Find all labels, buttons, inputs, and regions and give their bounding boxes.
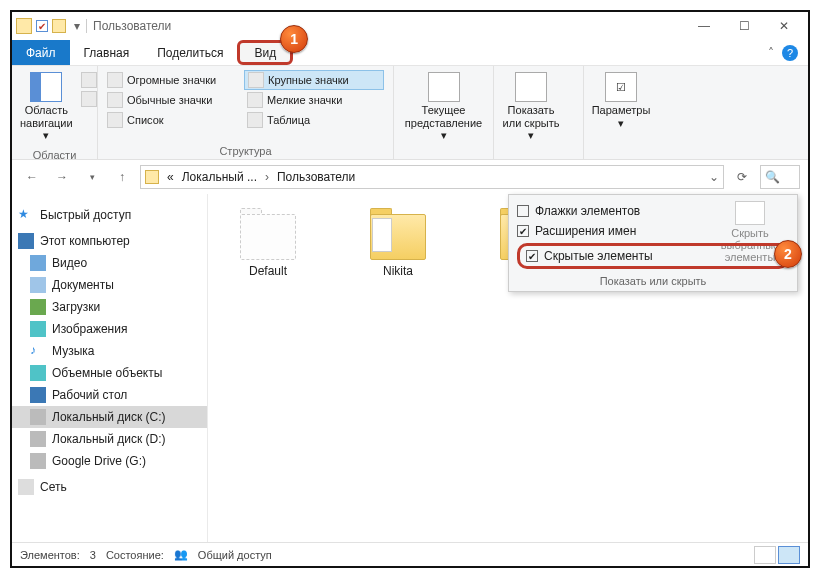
pc-icon [18,233,34,249]
callout-1: 1 [280,25,308,53]
folder-nikita[interactable]: Nikita [348,208,448,278]
status-bar: Элементов: 3 Состояние: 👥 Общий доступ [12,542,808,566]
objects3d-icon [30,365,46,381]
nav-forward[interactable]: → [50,165,74,189]
ribbon-group-panes: Область навигации ▾ Области [12,66,98,159]
hide-selected-icon [735,201,765,225]
minimize-button[interactable]: — [684,14,724,38]
folder-icon [236,208,300,260]
folder-label: Nikita [383,264,413,278]
qat-checkbox-icon[interactable]: ✔ [36,20,48,32]
sidebar-quick-access[interactable]: ★Быстрый доступ [12,204,207,226]
group-showhide-label [494,156,583,159]
sidebar-3d-objects[interactable]: Объемные объекты [12,362,207,384]
status-state-label: Состояние: [106,549,164,561]
file-list[interactable]: Default Nikita Общие Скрыть выбранные эл… [208,194,808,542]
huge-icons-icon [107,72,123,88]
sidebar-pictures[interactable]: Изображения [12,318,207,340]
ribbon-group-currentview: Текущее представление▾ [394,66,494,159]
group-panes-label: Области [12,148,97,163]
nav-pane-label: Область навигации [20,104,73,129]
sidebar-this-pc[interactable]: Этот компьютер [12,230,207,252]
music-icon: ♪ [30,343,46,359]
options-label: Параметры [592,104,651,117]
layout-huge[interactable]: Огромные значки [104,70,244,90]
nav-pane-icon [30,72,62,102]
client-area: ★Быстрый доступ Этот компьютер Видео Док… [12,194,808,542]
layout-large[interactable]: Крупные значки [244,70,384,90]
nav-up[interactable]: ↑ [110,165,134,189]
view-largeicons-button[interactable] [778,546,800,564]
breadcrumb-overflow[interactable]: « [167,170,174,184]
nav-recent[interactable]: ▾ [80,165,104,189]
show-hide-button[interactable]: Показать или скрыть▾ [500,70,562,144]
tab-view-label: Вид [254,46,276,60]
help-icon[interactable]: ? [782,45,798,61]
check-hidden-items[interactable]: ✔Скрытые элементы 2 [517,243,789,269]
search-icon: 🔍 [765,170,780,184]
ribbon: Область навигации ▾ Области Огромные зна… [12,66,808,160]
sidebar-downloads[interactable]: Загрузки [12,296,207,318]
details-pane-icon[interactable] [81,91,97,107]
explorer-window: ✔ ▾ Пользователи — ☐ ✕ Файл Главная Поде… [10,10,810,568]
ribbon-group-layout: Огромные значки Крупные значки Обычные з… [98,66,394,159]
sidebar-drive-g[interactable]: Google Drive (G:) [12,450,207,472]
folder-app-icon [16,18,32,34]
ribbon-collapse-caret[interactable]: ˄ [768,46,774,60]
video-icon [30,255,46,271]
layout-regular[interactable]: Обычные значки [104,90,244,110]
breadcrumb-segment-2[interactable]: Пользователи [273,170,359,184]
folder-label: Default [249,264,287,278]
title-separator [86,19,87,33]
sidebar-desktop[interactable]: Рабочий стол [12,384,207,406]
current-view-label: Текущее представление [402,104,485,129]
breadcrumb-dropdown[interactable]: ⌄ [709,170,719,184]
options-button[interactable]: ☑ Параметры▾ [590,70,652,131]
sidebar-documents[interactable]: Документы [12,274,207,296]
network-icon [18,479,34,495]
refresh-button[interactable]: ⟳ [730,165,754,189]
layout-small[interactable]: Мелкие значки [244,90,384,110]
sidebar: ★Быстрый доступ Этот компьютер Видео Док… [12,194,208,542]
dropdown-group-label: Показать или скрыть [517,271,789,287]
documents-icon [30,277,46,293]
sidebar-video[interactable]: Видео [12,252,207,274]
pictures-icon [30,321,46,337]
drive-icon [30,409,46,425]
maximize-button[interactable]: ☐ [724,14,764,38]
sidebar-network[interactable]: Сеть [12,476,207,498]
sidebar-drive-c[interactable]: Локальный диск (C:) [12,406,207,428]
options-icon: ☑ [605,72,637,102]
tab-view[interactable]: Вид 1 [237,40,293,65]
status-count: 3 [90,549,96,561]
nav-back[interactable]: ← [20,165,44,189]
breadcrumb[interactable]: « Локальный ... Пользователи ⌄ [140,165,724,189]
tab-share[interactable]: Поделиться [143,40,237,65]
tab-home[interactable]: Главная [70,40,144,65]
folder-icon [366,208,430,260]
nav-pane-caret: ▾ [43,129,49,142]
ribbon-tabs: Файл Главная Поделиться Вид 1 ˄ ? [12,40,808,66]
qat-folder-icon[interactable] [52,19,66,33]
sidebar-music[interactable]: ♪Музыка [12,340,207,362]
nav-pane-button[interactable]: Область навигации ▾ [18,70,75,144]
current-view-button[interactable]: Текущее представление▾ [400,70,487,144]
tab-file[interactable]: Файл [12,40,70,65]
quick-access-toolbar: ✔ ▾ [36,19,80,33]
search-input[interactable]: 🔍 [760,165,800,189]
pane-small-icons [81,70,97,107]
layout-list[interactable]: Список [104,110,244,130]
close-button[interactable]: ✕ [764,14,804,38]
breadcrumb-segment-1[interactable]: Локальный ... [178,170,261,184]
table-icon [247,112,263,128]
view-details-button[interactable] [754,546,776,564]
folder-default[interactable]: Default [218,208,318,278]
sidebar-drive-d[interactable]: Локальный диск (D:) [12,428,207,450]
showhide-dropdown: Скрыть выбранные элементы Флажки элемент… [508,194,798,292]
large-icons-icon [248,72,264,88]
layout-table[interactable]: Таблица [244,110,384,130]
ribbon-group-options: ☑ Параметры▾ [584,66,664,159]
preview-pane-icon[interactable] [81,72,97,88]
qat-dropdown-caret[interactable]: ▾ [74,19,80,33]
show-hide-icon [515,72,547,102]
